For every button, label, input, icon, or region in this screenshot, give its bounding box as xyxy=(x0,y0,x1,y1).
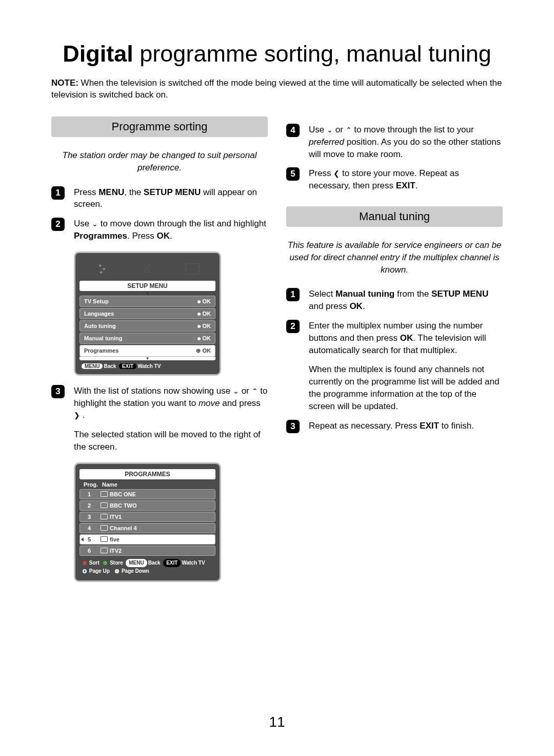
columns: Programme sorting The station order may … xyxy=(51,117,503,591)
mstep-2-text: Enter the multiplex number using the num… xyxy=(309,320,503,356)
step-3-paragraph: The selected station will be moved to th… xyxy=(74,429,268,453)
chevron-up-icon: ⌃ xyxy=(346,126,352,134)
mstep-2-paragraph: When the multiplex is found any channels… xyxy=(309,363,503,412)
section-manual-tuning: Manual tuning xyxy=(286,206,503,227)
note-paragraph: NOTE: When the television is switched of… xyxy=(51,77,503,102)
page-title: Digital programme sorting, manual tuning xyxy=(51,41,503,67)
mstep-badge-3: 3 xyxy=(286,420,300,433)
step-badge-1: 1 xyxy=(51,186,65,200)
mstep-badge-1: 1 xyxy=(286,288,300,301)
step-2: 2 Use ⌄ to move down through the list an… xyxy=(51,218,268,242)
svg-point-3 xyxy=(99,264,102,267)
osd1-item-tvsetup: TV SetupOK xyxy=(80,296,215,307)
osd2-list: 1BBC ONE 2BBC TWO 3ITV1 4Channel 4 5five… xyxy=(80,489,215,556)
osd-tab-icons xyxy=(80,258,215,280)
svg-point-5 xyxy=(100,271,102,274)
chevron-right-icon: ❯ xyxy=(74,411,80,419)
prog-row: 2BBC TWO xyxy=(80,500,215,511)
step-1: 1 Press MENU, the SETUP MENU will appear… xyxy=(51,186,268,211)
prog-row-selected: 5five xyxy=(80,534,215,545)
osd1-item-languages: LanguagesOK xyxy=(80,308,215,319)
osd2-footer: Sort Store MENUBack EXITWatch TV Page Up… xyxy=(80,556,215,576)
osd-programmes: PROGRAMMES Prog.Name 1BBC ONE 2BBC TWO 3… xyxy=(74,462,221,582)
title-bold: Digital xyxy=(63,41,133,67)
osd1-arrow-down: ▼ xyxy=(80,357,215,360)
prog-row: 3ITV1 xyxy=(80,512,215,522)
yellow-dot-icon xyxy=(115,569,119,573)
osd1-item-programmes: Programmes⊕ OK xyxy=(80,345,215,357)
step-5-text: Press ❮ to store your move. Repeat as ne… xyxy=(309,167,503,192)
osd2-title: PROGRAMMES xyxy=(80,469,215,479)
mstep-2: 2 Enter the multiplex number using the n… xyxy=(286,320,503,356)
note-text: When the television is switched off the … xyxy=(51,78,502,100)
chevron-down-icon: ⌄ xyxy=(327,126,333,134)
step-2-text: Use ⌄ to move down through the list and … xyxy=(74,218,268,242)
osd1-list: TV SetupOK LanguagesOK Auto tuningOK Man… xyxy=(80,296,215,357)
chevron-up-icon: ⌃ xyxy=(252,387,258,395)
hourglass-icon xyxy=(141,263,153,275)
osd1-title: SETUP MENU xyxy=(80,281,215,291)
chevron-down-icon: ⌄ xyxy=(92,220,98,228)
column-left: Programme sorting The station order may … xyxy=(51,117,268,591)
left-arrow-icon xyxy=(81,537,84,541)
step-badge-3: 3 xyxy=(51,385,65,398)
osd1-item-autotuning: Auto tuningOK xyxy=(80,320,215,332)
title-rest: programme sorting, manual tuning xyxy=(133,41,491,67)
step-badge-5: 5 xyxy=(286,167,300,181)
prog-row: 6ITV2 xyxy=(80,546,215,556)
step-badge-2: 2 xyxy=(51,218,65,231)
column-right: 4 Use ⌄ or ⌃ to move through the list to… xyxy=(286,117,503,591)
osd1-item-manualtuning: Manual tuningOK xyxy=(80,333,215,344)
step-badge-4: 4 xyxy=(286,124,300,137)
mstep-3: 3 Repeat as necessary. Press EXIT to fin… xyxy=(286,420,503,433)
step-1-text: Press MENU, the SETUP MENU will appear o… xyxy=(74,186,268,211)
step-4: 4 Use ⌄ or ⌃ to move through the list to… xyxy=(286,124,503,160)
chevron-down-icon: ⌄ xyxy=(233,387,239,395)
osd1-arrow-up: ▲ xyxy=(80,291,215,295)
step-5: 5 Press ❮ to store your move. Repeat as … xyxy=(286,167,503,192)
blue-dot-icon xyxy=(83,569,87,573)
intro-programme-sorting: The station order may be changed to suit… xyxy=(51,149,268,174)
intro-manual-tuning: This feature is available for service en… xyxy=(286,239,503,276)
mstep-1: 1 Select Manual tuning from the SETUP ME… xyxy=(286,288,503,313)
step-3: 3 With the list of stations now showing … xyxy=(51,385,268,421)
svg-point-4 xyxy=(103,268,105,270)
prog-row: 1BBC ONE xyxy=(80,489,215,499)
note-label: NOTE: xyxy=(51,78,78,88)
osd2-header: Prog.Name xyxy=(80,479,215,488)
page-number: 11 xyxy=(0,714,554,730)
manual-page: Digital programme sorting, manual tuning… xyxy=(0,0,554,756)
prog-row: 4Channel 4 xyxy=(80,523,215,533)
osd1-footer: MENUBack EXITWatch TV xyxy=(80,360,215,370)
step-3-text: With the list of stations now showing us… xyxy=(74,385,268,421)
section-programme-sorting: Programme sorting xyxy=(51,117,268,137)
red-dot-icon xyxy=(83,561,87,565)
tv-icon xyxy=(185,263,200,275)
mstep-badge-2: 2 xyxy=(286,320,300,333)
chevron-left-icon: ❮ xyxy=(333,169,340,178)
sliders-icon xyxy=(96,263,108,275)
green-dot-icon xyxy=(103,561,107,565)
osd-setup-menu: SETUP MENU ▲ TV SetupOK LanguagesOK Auto… xyxy=(74,251,221,376)
step-4-text: Use ⌄ or ⌃ to move through the list to y… xyxy=(309,124,503,160)
mstep-1-text: Select Manual tuning from the SETUP MENU… xyxy=(309,288,503,313)
mstep-3-text: Repeat as necessary. Press EXIT to finis… xyxy=(309,420,474,433)
